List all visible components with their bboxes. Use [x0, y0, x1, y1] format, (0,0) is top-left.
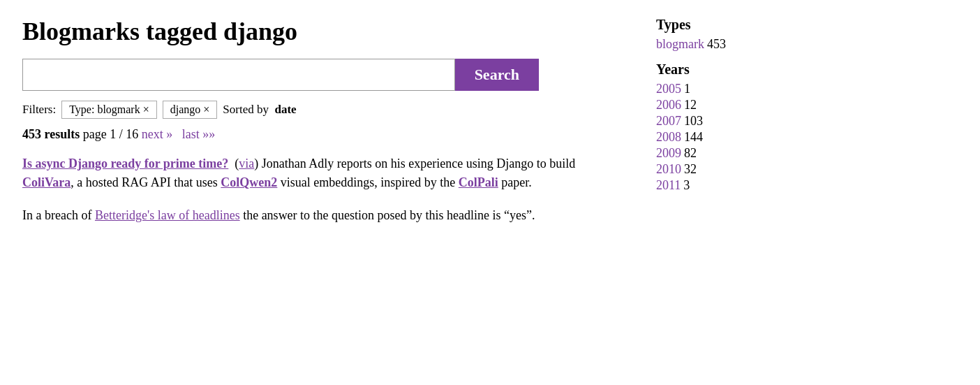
sidebar-year-2008: 2008 144 [656, 130, 768, 145]
year-2008-count: 144 [684, 130, 703, 145]
year-2005-link[interactable]: 2005 [656, 82, 681, 96]
sidebar: Types blogmark 453 Years 2005 1 2006 12 … [656, 17, 768, 239]
next-page-link[interactable]: next » [142, 127, 173, 141]
results-page: page 1 / 16 [83, 127, 138, 141]
year-2009-link[interactable]: 2009 [656, 146, 681, 161]
sidebar-year-2006: 2006 12 [656, 98, 768, 112]
year-2006-count: 12 [684, 98, 697, 112]
sidebar-year-2011: 2011 3 [656, 178, 768, 193]
last-page-link[interactable]: last »» [182, 127, 216, 141]
blogmark-title-1: Is async Django ready for prime time? (v… [22, 154, 623, 192]
year-2011-count: 3 [683, 178, 690, 193]
search-button[interactable]: Search [455, 59, 539, 91]
sort-info: Sorted by date [223, 103, 296, 117]
type-blogmark-count: 453 [707, 37, 726, 52]
results-count: 453 results [22, 127, 80, 141]
main-content: Blogmarks tagged django Search Filters: … [22, 17, 623, 239]
sidebar-type-blogmark: blogmark 453 [656, 37, 768, 52]
year-2010-count: 32 [684, 162, 697, 177]
sidebar-types-section: Types blogmark 453 [656, 17, 768, 52]
colpali-link[interactable]: ColPali [459, 175, 498, 189]
filter-tag-django[interactable]: django × [163, 101, 218, 119]
colivara-link[interactable]: ColiVara [22, 175, 70, 189]
sidebar-year-2005: 2005 1 [656, 82, 768, 96]
year-2011-link[interactable]: 2011 [656, 178, 681, 193]
sidebar-year-2010: 2010 32 [656, 162, 768, 177]
page-title: Blogmarks tagged django [22, 17, 623, 46]
blogmark-entry-1: Is async Django ready for prime time? (v… [22, 154, 623, 192]
sidebar-year-2007: 2007 103 [656, 114, 768, 129]
via-link-1[interactable]: via [239, 157, 254, 170]
year-2007-count: 103 [684, 114, 703, 129]
search-input[interactable] [22, 59, 455, 91]
year-2005-count: 1 [684, 82, 690, 96]
types-title: Types [656, 17, 768, 33]
blogmark-title-link-1[interactable]: Is async Django ready for prime time? [22, 157, 228, 170]
year-2008-link[interactable]: 2008 [656, 130, 681, 145]
year-2009-count: 82 [684, 146, 697, 161]
year-2007-link[interactable]: 2007 [656, 114, 681, 129]
betteridge-link[interactable]: Betteridge's law of headlines [95, 208, 240, 222]
year-2010-link[interactable]: 2010 [656, 162, 681, 177]
filter-tag-type-blogmark[interactable]: Type: blogmark × [61, 101, 157, 119]
sidebar-years-section: Years 2005 1 2006 12 2007 103 2008 144 2… [656, 61, 768, 193]
year-2006-link[interactable]: 2006 [656, 98, 681, 112]
search-bar: Search [22, 59, 539, 91]
type-blogmark-link[interactable]: blogmark [656, 37, 704, 52]
filters-label: Filters: [22, 103, 56, 117]
page-layout: Blogmarks tagged django Search Filters: … [22, 17, 958, 239]
results-info: 453 results page 1 / 16 next » last »» [22, 127, 623, 142]
years-title: Years [656, 61, 768, 78]
sidebar-year-2009: 2009 82 [656, 146, 768, 161]
blogmark-entry-2: In a breach of Betteridge's law of headl… [22, 206, 623, 225]
blogmark-body-2: In a breach of Betteridge's law of headl… [22, 206, 623, 225]
colqwen2-link[interactable]: ColQwen2 [221, 175, 277, 189]
filters-bar: Filters: Type: blogmark × django × Sorte… [22, 101, 623, 119]
